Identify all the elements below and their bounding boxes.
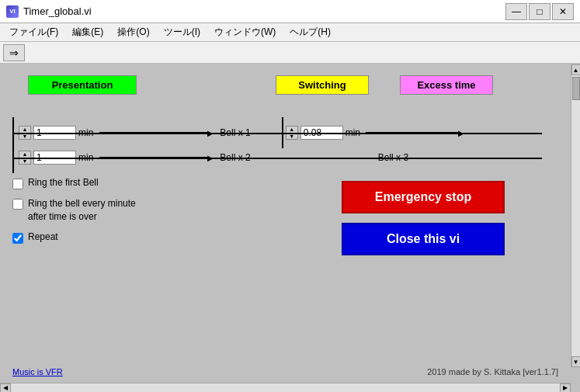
checkbox-every-minute[interactable]	[12, 199, 23, 210]
scroll-thumb[interactable]	[572, 77, 580, 100]
emergency-stop-button[interactable]: Emergency stop	[342, 181, 505, 213]
maximize-button[interactable]: □	[529, 3, 550, 20]
main-content: Presentation Switching Excess time ▲ ▼ m…	[0, 64, 571, 383]
scroll-right-arrow[interactable]: ▶	[560, 383, 571, 393]
menu-file[interactable]: ファイル(F)	[3, 24, 64, 40]
presentation-label: Presentation	[28, 75, 137, 95]
window-title: Timer_global.vi	[23, 5, 92, 17]
title-bar-left: VI Timer_global.vi	[6, 5, 92, 18]
menu-tools[interactable]: ツール(I)	[158, 24, 207, 40]
excess-time-label-box: Excess time	[400, 75, 493, 95]
run-button[interactable]: ⇒	[3, 44, 25, 61]
close-button[interactable]: ✕	[552, 3, 574, 20]
menu-bar: ファイル(F) 編集(E) 操作(O) ツール(I) ウィンドウ(W) ヘルプ(…	[0, 23, 580, 42]
scrollbar-right[interactable]: ▲ ▼	[571, 64, 580, 367]
scroll-up-arrow[interactable]: ▲	[571, 64, 581, 75]
menu-help[interactable]: ヘルプ(H)	[283, 24, 337, 40]
footer: Music is VFR 2019 made by S. Kittaka [ve…	[12, 367, 558, 376]
checkbox-first-bell[interactable]	[12, 179, 23, 189]
title-bar-controls: — □ ✕	[505, 3, 574, 20]
checkbox-every-minute-label: Ring the bell every minuteafter time is …	[28, 197, 136, 224]
excess-time-label: Excess time	[400, 75, 493, 95]
scroll-left-arrow[interactable]: ◀	[0, 383, 11, 393]
action-buttons: Emergency stop Close this vi	[342, 181, 505, 255]
menu-window[interactable]: ウィンドウ(W)	[208, 24, 282, 40]
main-timeline-1	[14, 133, 542, 134]
toolbar: ⇒ 1	[0, 42, 580, 64]
minimize-button[interactable]: —	[505, 3, 527, 20]
presentation-label-box: Presentation	[28, 75, 137, 95]
credit-text: 2019 made by S. Kittaka [ver1.1.7]	[427, 367, 558, 376]
switching-label: Switching	[276, 75, 369, 95]
music-link[interactable]: Music is VFR	[12, 367, 63, 376]
checkbox-repeat-label: Repeat	[28, 231, 58, 242]
checkbox-first-bell-label: Ring the first Bell	[28, 177, 99, 188]
checkbox-repeat[interactable]	[12, 233, 23, 244]
switching-label-box: Switching	[276, 75, 369, 95]
menu-edit[interactable]: 編集(E)	[66, 24, 109, 40]
scrollbar-bottom[interactable]: ◀ ▶	[0, 383, 571, 392]
checkboxes-section: Ring the first Bell Ring the bell every …	[12, 177, 136, 250]
checkbox-first-bell-row: Ring the first Bell	[12, 177, 136, 189]
scroll-down-arrow[interactable]: ▼	[571, 356, 581, 367]
title-bar: VI Timer_global.vi — □ ✕	[0, 0, 580, 23]
main-timeline-2	[14, 158, 542, 159]
checkbox-every-minute-row: Ring the bell every minuteafter time is …	[12, 197, 136, 224]
menu-operate[interactable]: 操作(O)	[111, 24, 155, 40]
checkbox-repeat-row: Repeat	[12, 231, 136, 244]
app-icon: VI	[6, 5, 19, 18]
close-vi-button[interactable]: Close this vi	[342, 223, 505, 255]
